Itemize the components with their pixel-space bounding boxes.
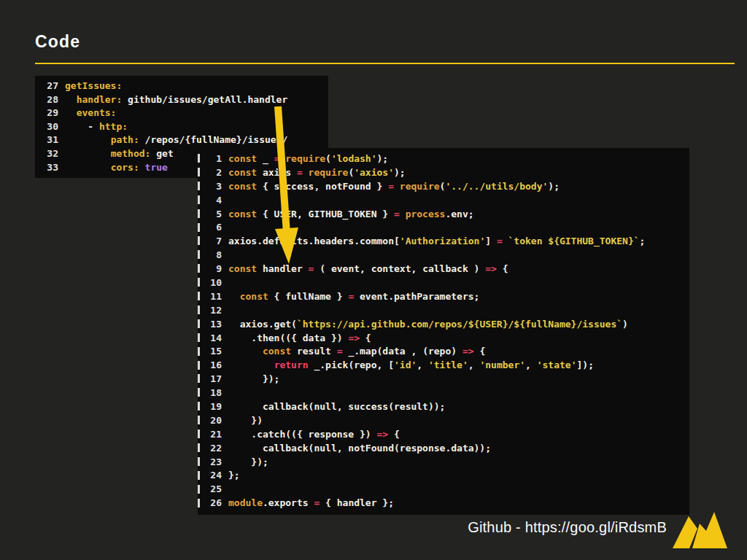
line-number: 5 bbox=[200, 208, 222, 222]
line-number: 25 bbox=[200, 483, 222, 497]
line-number: 28 bbox=[41, 93, 58, 107]
line-text: const axios = require('axios'); bbox=[228, 167, 406, 178]
line-text: handler: github/issues/getAll.handler bbox=[65, 94, 287, 105]
code-line: 18 bbox=[200, 386, 682, 400]
line-number: 15 bbox=[200, 345, 222, 359]
line-text: method: get bbox=[65, 148, 174, 159]
conference-logo-icon bbox=[671, 510, 728, 550]
code-line: 14 .then(({ data }) => { bbox=[200, 332, 682, 346]
code-line: 15 const result = _.map(data , (repo) =>… bbox=[200, 345, 682, 359]
line-number: 26 bbox=[200, 497, 222, 510]
code-line: 27getIssues: bbox=[41, 79, 322, 93]
line-text: path: /repos/{fullName}/issues/ bbox=[65, 134, 287, 145]
code-line: 25 bbox=[200, 483, 682, 497]
line-text: const result = _.map(data , (repo) => { bbox=[228, 346, 485, 357]
line-number: 10 bbox=[200, 276, 222, 290]
line-text: .then(({ data }) => { bbox=[228, 332, 371, 343]
line-number: 23 bbox=[200, 456, 222, 470]
line-number: 33 bbox=[41, 161, 58, 175]
line-text: }); bbox=[228, 373, 279, 384]
line-text: const { USER, GITHUB_TOKEN } = process.e… bbox=[228, 209, 474, 219]
line-number: 11 bbox=[200, 290, 222, 304]
line-number: 8 bbox=[200, 249, 222, 262]
code-line: 10 bbox=[200, 276, 682, 290]
line-number: 12 bbox=[200, 304, 222, 318]
line-text: return _.pick(repo, ['id', 'title', 'num… bbox=[228, 359, 594, 370]
line-number: 24 bbox=[200, 469, 222, 483]
line-number: 13 bbox=[200, 318, 222, 332]
line-text: .catch(({ response }) => { bbox=[228, 429, 400, 440]
line-number: 31 bbox=[41, 133, 58, 147]
line-number: 17 bbox=[200, 373, 222, 386]
line-text: callback(null, notFound(response.data)); bbox=[228, 443, 491, 454]
line-number: 18 bbox=[200, 386, 222, 400]
code-line: 11 const { fullName } = event.pathParame… bbox=[200, 290, 682, 304]
code-line: 22 callback(null, notFound(response.data… bbox=[200, 442, 682, 456]
code-line: 21 .catch(({ response }) => { bbox=[200, 428, 682, 442]
line-text: axios.get(`https://api.github.com/repos/… bbox=[228, 319, 628, 330]
line-number: 20 bbox=[200, 414, 222, 428]
line-text: callback(null, success(result)); bbox=[228, 401, 445, 412]
code-line: 26module.exports = { handler }; bbox=[200, 497, 682, 510]
code-line: 23 }); bbox=[200, 456, 682, 470]
line-number: 27 bbox=[41, 79, 58, 93]
title-underline bbox=[35, 63, 735, 64]
line-number: 4 bbox=[200, 194, 222, 208]
line-number: 2 bbox=[200, 166, 222, 180]
line-number: 9 bbox=[200, 262, 222, 276]
line-number: 6 bbox=[200, 221, 222, 235]
line-text: module.exports = { handler }; bbox=[228, 497, 394, 508]
line-number: 16 bbox=[200, 359, 222, 373]
code-line: 19 callback(null, success(result)); bbox=[200, 400, 682, 414]
line-text: const _ = require('lodash'); bbox=[228, 153, 388, 164]
slide-title: Code bbox=[35, 32, 80, 52]
line-number: 21 bbox=[200, 428, 222, 442]
line-text: }) bbox=[228, 415, 263, 426]
line-number: 19 bbox=[200, 400, 222, 414]
line-number: 30 bbox=[41, 120, 58, 134]
line-text: - http: bbox=[65, 121, 128, 132]
code-line: 20 }) bbox=[200, 414, 682, 428]
code-line: 16 return _.pick(repo, ['id', 'title', '… bbox=[200, 359, 682, 373]
line-number: 32 bbox=[41, 147, 58, 161]
code-line: 12 bbox=[200, 304, 682, 318]
code-line: 13 axios.get(`https://api.github.com/rep… bbox=[200, 318, 682, 332]
line-number: 1 bbox=[200, 152, 222, 166]
line-number: 22 bbox=[200, 442, 222, 456]
line-number: 29 bbox=[41, 106, 58, 120]
slide: Code 27getIssues:28 handler: github/issu… bbox=[0, 0, 747, 560]
line-text: }; bbox=[228, 470, 240, 481]
footer-credit: Github - https://goo.gl/iRdsmB bbox=[468, 519, 667, 536]
line-number: 7 bbox=[200, 235, 222, 249]
line-text: cors: true bbox=[65, 162, 168, 173]
line-text: getIssues: bbox=[65, 80, 122, 91]
yellow-arrow-icon bbox=[268, 104, 306, 273]
line-number: 3 bbox=[200, 180, 222, 194]
line-text: }); bbox=[228, 456, 268, 467]
code-line: 17 }); bbox=[200, 373, 682, 386]
line-text: const { fullName } = event.pathParameter… bbox=[228, 291, 479, 302]
line-text: events: bbox=[65, 107, 116, 118]
code-line: 24}; bbox=[200, 469, 682, 483]
line-number: 14 bbox=[200, 332, 222, 346]
